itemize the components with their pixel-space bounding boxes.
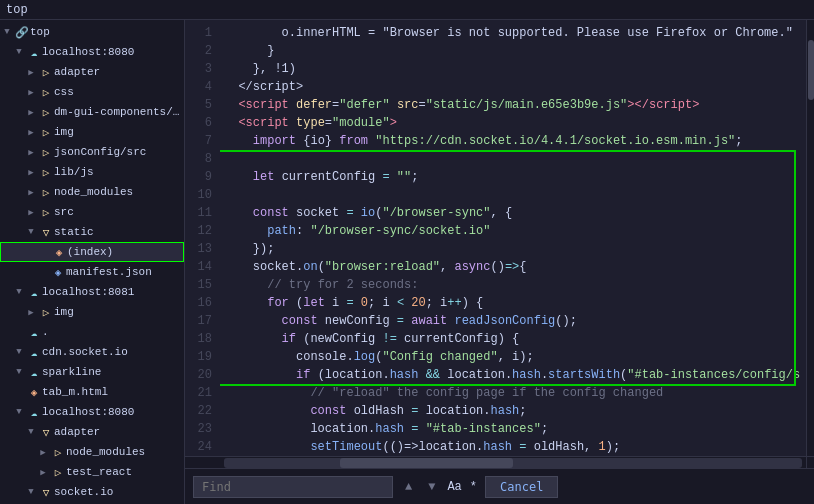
tree-arrow[interactable]: ▶ — [24, 67, 38, 78]
line-number-19: 14 — [185, 258, 212, 276]
sidebar-item-static[interactable]: ▼ ▽ static — [0, 222, 184, 242]
tree-icon: ◈ — [51, 246, 67, 259]
tree-icon: ☁ — [26, 346, 42, 359]
horizontal-scroll-row — [185, 456, 814, 468]
code-line-5: <script type="module"> — [224, 114, 798, 132]
tree-arrow[interactable]: ▼ — [12, 367, 26, 377]
tree-arrow[interactable]: ▼ — [12, 287, 26, 297]
sidebar-item-libjs[interactable]: ▶ ▷ lib/js — [0, 162, 184, 182]
tree-icon: ◈ — [50, 266, 66, 279]
tree-arrow[interactable]: ▼ — [12, 47, 26, 57]
code-line-20: // "reload" the config page if the confi… — [224, 384, 798, 402]
tree-icon: ☁ — [26, 46, 42, 59]
sidebar-item-localhost8080[interactable]: ▼ ☁ localhost:8080 — [0, 42, 184, 62]
tree-icon: ▷ — [50, 466, 66, 479]
tree-icon: ☁ — [26, 326, 42, 339]
line-number-13: 8 — [185, 150, 212, 168]
sidebar[interactable]: ▼ 🔗 top ▼ ☁ localhost:8080 ▶ ▷ adapter ▶… — [0, 20, 185, 504]
sidebar-item-sparkline[interactable]: ▼ ☁ sparkline — [0, 362, 184, 382]
h-scrollbar-thumb[interactable] — [340, 458, 513, 468]
tree-arrow[interactable]: ▶ — [24, 187, 38, 198]
sidebar-item-testreact[interactable]: ▶ ▷ test_react — [0, 462, 184, 482]
tree-icon: ▷ — [38, 126, 54, 139]
tree-icon: ▷ — [38, 166, 54, 179]
tree-icon: ▷ — [38, 86, 54, 99]
tree-label: tab_m.html — [42, 386, 108, 398]
tree-icon: ▷ — [38, 106, 54, 119]
tree-arrow[interactable]: ▶ — [24, 87, 38, 98]
sidebar-item-img2[interactable]: ▶ ▷ img — [0, 302, 184, 322]
sidebar-item-dmgui[interactable]: ▶ ▷ dm-gui-components/src — [0, 102, 184, 122]
code-editor[interactable]: o.innerHTML = "Browser is not supported.… — [220, 20, 806, 456]
sidebar-item-index[interactable]: ◈ (index) — [0, 242, 184, 262]
sidebar-item-css[interactable]: ▶ ▷ css — [0, 82, 184, 102]
tree-arrow[interactable]: ▼ — [12, 347, 26, 357]
sidebar-item-src[interactable]: ▶ ▷ src — [0, 202, 184, 222]
tree-label: img — [54, 126, 74, 138]
sidebar-item-localhost8080b[interactable]: ▼ ☁ localhost:8080 — [0, 402, 184, 422]
code-line-10: const socket = io("/browser-sync", { — [224, 204, 798, 222]
line-number-16: 11 — [185, 204, 212, 222]
tree-icon: ▷ — [38, 306, 54, 319]
tree-icon: ▷ — [38, 206, 54, 219]
tree-arrow[interactable]: ▼ — [12, 407, 26, 417]
tree-arrow[interactable]: ▶ — [24, 207, 38, 218]
sidebar-item-adapter2[interactable]: ▼ ▽ adapter — [0, 422, 184, 442]
tree-label: img — [54, 306, 74, 318]
sidebar-item-nodemodules2[interactable]: ▶ ▷ node_modules — [0, 442, 184, 462]
line-number-6: 3 — [185, 60, 212, 78]
sidebar-item-tabhtml[interactable]: ◈ tab_m.html — [0, 382, 184, 402]
tree-arrow[interactable]: ▼ — [0, 27, 14, 37]
sidebar-item-cloud1[interactable]: ☁ . — [0, 322, 184, 342]
tree-label: node_modules — [66, 446, 145, 458]
tree-label: jsonConfig/src — [54, 146, 146, 158]
find-input[interactable] — [193, 476, 393, 498]
code-line-22: location.hash = "#tab-instances"; — [224, 420, 798, 438]
tree-arrow[interactable]: ▼ — [24, 427, 38, 437]
find-cancel-button[interactable]: Cancel — [485, 476, 558, 498]
find-next-button[interactable]: ▼ — [424, 478, 439, 496]
tree-arrow[interactable]: ▶ — [36, 447, 50, 458]
tree-arrow[interactable]: ▶ — [24, 107, 38, 118]
sidebar-item-nodemodules[interactable]: ▶ ▷ node_modules — [0, 182, 184, 202]
scrollbar-thumb[interactable] — [808, 40, 814, 100]
sidebar-item-socketio[interactable]: ▼ ▽ socket.io — [0, 482, 184, 502]
tree-icon: ▽ — [38, 486, 54, 499]
code-line-8: let currentConfig = ""; — [224, 168, 798, 186]
horizontal-scrollbar[interactable] — [224, 458, 802, 468]
code-line-19: if (location.hash && location.hash.start… — [224, 366, 798, 384]
tree-label: css — [54, 86, 74, 98]
code-line-11: path: "/browser-sync/socket.io" — [224, 222, 798, 240]
find-star-label[interactable]: * — [470, 480, 477, 494]
tree-arrow[interactable]: ▶ — [36, 467, 50, 478]
tree-arrow[interactable]: ▶ — [24, 147, 38, 158]
tree-label: localhost:8081 — [42, 286, 134, 298]
sidebar-item-localhost8081[interactable]: ▼ ☁ localhost:8081 — [0, 282, 184, 302]
tree-arrow[interactable]: ▼ — [24, 227, 38, 237]
code-line-6: import {io} from "https://cdn.socket.io/… — [224, 132, 798, 150]
tree-label: socket.io — [54, 486, 113, 498]
tree-label: adapter — [54, 426, 100, 438]
tree-label: static — [54, 226, 94, 238]
sidebar-item-jsonConfig[interactable]: ▶ ▷ jsonConfig/src — [0, 142, 184, 162]
vertical-scrollbar[interactable] — [806, 20, 814, 456]
line-numbers: 1234567891011121314151617181920212223242… — [185, 20, 220, 456]
sidebar-item-img[interactable]: ▶ ▷ img — [0, 122, 184, 142]
sidebar-item-cdnsocket[interactable]: ▼ ☁ cdn.socket.io — [0, 342, 184, 362]
main-area: ▼ 🔗 top ▼ ☁ localhost:8080 ▶ ▷ adapter ▶… — [0, 20, 814, 504]
code-line-15: for (let i = 0; i < 20; i++) { — [224, 294, 798, 312]
line-number-15: 10 — [185, 186, 212, 204]
tree-label: cdn.socket.io — [42, 346, 128, 358]
sidebar-item-adapter[interactable]: ▶ ▷ adapter — [0, 62, 184, 82]
tree-arrow[interactable]: ▶ — [24, 127, 38, 138]
sidebar-item-manifest[interactable]: ◈ manifest.json — [0, 262, 184, 282]
find-prev-button[interactable]: ▲ — [401, 478, 416, 496]
tree-label: adapter — [54, 66, 100, 78]
tree-arrow[interactable]: ▶ — [24, 307, 38, 318]
tree-arrow[interactable]: ▶ — [24, 167, 38, 178]
sidebar-item-top[interactable]: ▼ 🔗 top — [0, 22, 184, 42]
tree-icon: ☁ — [26, 286, 42, 299]
tree-icon: ◈ — [26, 386, 42, 399]
tree-arrow[interactable]: ▼ — [24, 487, 38, 497]
find-aa-label[interactable]: Aa — [447, 480, 461, 494]
